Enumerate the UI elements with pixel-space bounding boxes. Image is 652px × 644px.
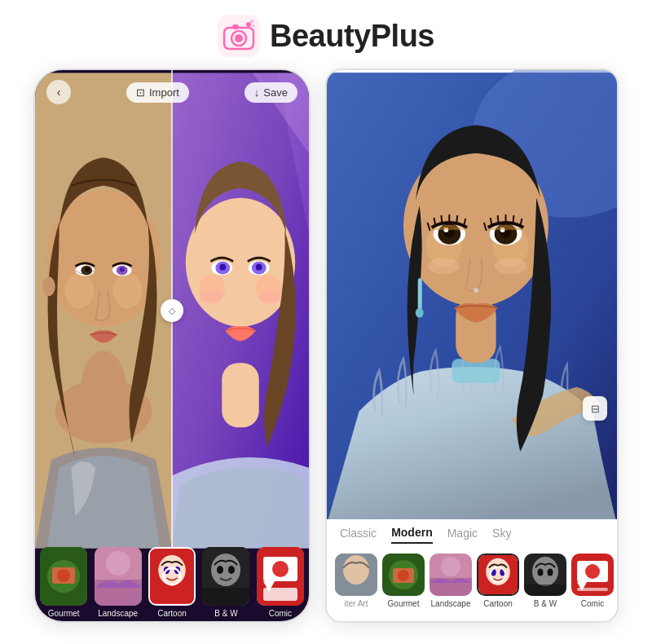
- main-content: ‹ ⊡ Import ↓ Save: [0, 68, 652, 623]
- svg-point-20: [120, 267, 125, 272]
- svg-point-41: [106, 551, 130, 576]
- save-label: Save: [263, 86, 288, 99]
- svg-rect-71: [418, 278, 422, 311]
- svg-point-32: [256, 264, 262, 271]
- photo-before: [35, 70, 172, 551]
- svg-rect-51: [202, 588, 249, 606]
- filter-thumb-comic: [257, 547, 304, 606]
- import-button[interactable]: ⊡ Import: [126, 82, 189, 103]
- svg-rect-5: [232, 24, 239, 29]
- filter-item-right-comic[interactable]: Comic: [571, 554, 614, 608]
- split-handle[interactable]: ◇: [161, 299, 183, 322]
- filter-item-right-cartoon[interactable]: Cartoon: [477, 554, 519, 608]
- app-bottom-panel: Classic Modern Magic Sky iter Art: [327, 519, 617, 621]
- svg-point-93: [548, 569, 553, 576]
- app-header: BeautyPlus: [218, 0, 434, 68]
- svg-point-74: [428, 258, 460, 275]
- back-button[interactable]: ‹: [46, 80, 71, 104]
- filter-item-right-bw[interactable]: B & W: [524, 554, 566, 608]
- filter-thumb-right-landscape: [430, 554, 472, 596]
- filter-thumb-right-comic: [571, 554, 614, 596]
- filter-thumb-bw: [202, 547, 249, 606]
- filter-label-bw: B & W: [214, 609, 237, 618]
- filter-item-gourmet[interactable]: Gourmet: [38, 547, 89, 618]
- svg-point-75: [495, 258, 527, 275]
- phone-mockup: ‹ ⊡ Import ↓ Save: [33, 68, 311, 623]
- svg-rect-94: [524, 584, 566, 596]
- filter-item-bw[interactable]: B & W: [200, 547, 251, 618]
- filter-thumb-cartoon: [148, 547, 196, 606]
- svg-point-6: [246, 22, 251, 27]
- filter-label-cartoon: Cartoon: [157, 609, 187, 618]
- svg-point-17: [85, 267, 90, 272]
- phone-screen: ‹ ⊡ Import ↓ Save: [35, 70, 309, 621]
- svg-point-29: [219, 264, 226, 271]
- app-image-area: ⊟: [327, 70, 617, 527]
- app-title: BeautyPlus: [270, 19, 434, 54]
- filter-label-right-bw: B & W: [534, 599, 557, 608]
- filter-item-cartoon[interactable]: Cartoon: [147, 547, 197, 618]
- tab-modern[interactable]: Modern: [391, 526, 433, 544]
- tab-classic[interactable]: Classic: [340, 527, 377, 543]
- svg-point-92: [538, 569, 544, 576]
- filter-item-right-gourmet[interactable]: Gourmet: [382, 554, 425, 608]
- save-icon: ↓: [254, 86, 260, 99]
- svg-point-34: [259, 289, 282, 304]
- import-label: Import: [149, 86, 179, 99]
- svg-point-50: [228, 566, 235, 574]
- svg-point-54: [272, 561, 289, 577]
- save-button[interactable]: ↓ Save: [244, 82, 297, 103]
- filter-item-right-landscape[interactable]: Landscape: [430, 554, 472, 608]
- svg-point-84: [441, 557, 460, 576]
- svg-point-91: [532, 557, 558, 586]
- filter-label-comic: Comic: [269, 609, 292, 618]
- filter-thumb-right-cartoon: [477, 554, 519, 596]
- tab-magic[interactable]: Magic: [447, 527, 478, 543]
- svg-point-81: [398, 570, 409, 581]
- filter-label-landscape: Landscape: [98, 609, 138, 618]
- photo-after: [172, 70, 309, 551]
- svg-point-73: [474, 288, 478, 293]
- svg-point-14: [113, 273, 143, 308]
- filter-bar: Gourmet Landscape: [35, 532, 309, 621]
- phone-top-bar: ‹ ⊡ Import ↓ Save: [35, 80, 309, 104]
- svg-point-97: [585, 564, 600, 579]
- svg-rect-23: [222, 363, 258, 427]
- svg-point-49: [217, 566, 223, 574]
- svg-point-38: [57, 569, 70, 582]
- svg-point-11: [81, 351, 126, 423]
- filter-label-right-landscape: Landscape: [431, 599, 471, 608]
- filter-thumb-landscape: [95, 547, 142, 606]
- svg-point-33: [200, 289, 222, 304]
- filter-label-gourmet: Gourmet: [48, 609, 80, 618]
- svg-point-4: [235, 34, 243, 42]
- filter-label-iter-art: iter Art: [345, 599, 368, 608]
- filter-scroll-row: iter Art Gourmet: [327, 547, 617, 615]
- svg-point-7: [250, 20, 253, 23]
- svg-point-8: [253, 25, 255, 28]
- filter-thumb-right-gourmet: [382, 554, 425, 596]
- svg-point-13: [65, 273, 95, 308]
- import-icon: ⊡: [136, 86, 145, 99]
- filter-item-comic[interactable]: Comic: [255, 547, 306, 618]
- svg-rect-55: [263, 588, 297, 601]
- svg-rect-98: [577, 588, 608, 591]
- svg-point-21: [42, 276, 55, 296]
- svg-point-86: [486, 558, 510, 585]
- app-logo: [218, 15, 260, 57]
- svg-point-77: [343, 555, 369, 584]
- svg-point-24: [186, 198, 295, 327]
- filter-thumb-iter-art: [335, 554, 377, 596]
- tab-sky[interactable]: Sky: [492, 527, 511, 543]
- filter-label-right-comic: Comic: [581, 599, 604, 608]
- app-panel: ⊟ Classic Modern Magic Sky: [325, 68, 619, 623]
- filter-thumb-right-bw: [524, 554, 566, 596]
- filter-item-iter-art[interactable]: iter Art: [335, 554, 377, 608]
- split-image-container: ◇: [35, 70, 309, 551]
- svg-point-72: [416, 308, 424, 318]
- filter-tabs: Classic Modern Magic Sky: [327, 519, 617, 547]
- filter-label-right-cartoon: Cartoon: [483, 599, 513, 608]
- filter-item-landscape[interactable]: Landscape: [92, 547, 143, 618]
- compare-icon[interactable]: ⊟: [583, 396, 607, 421]
- filter-label-right-gourmet: Gourmet: [388, 599, 420, 608]
